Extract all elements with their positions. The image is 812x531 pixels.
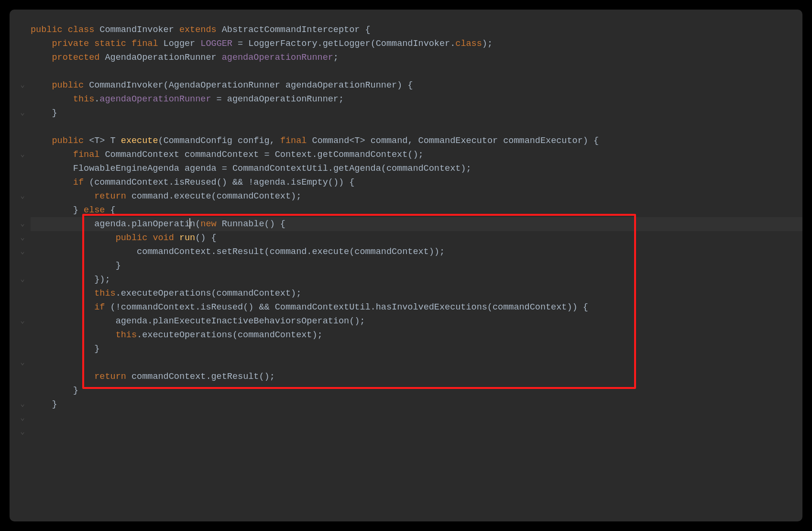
param-name: config (238, 136, 270, 146)
code-line[interactable]: public void run() { (31, 231, 802, 245)
keyword-final: final (73, 150, 100, 160)
type: FlowableEngineAgenda (73, 164, 179, 174)
super-class: AbstractCommandInterceptor (222, 25, 360, 35)
var: command (270, 247, 307, 257)
code-line[interactable]: }); (31, 273, 802, 287)
keyword-else: else (84, 205, 105, 215)
keyword-public: public (31, 25, 63, 35)
gutter-mark: ⌄ (10, 273, 31, 287)
code-line[interactable] (31, 356, 802, 370)
arg: commandContext (354, 247, 428, 257)
gutter-mark: ⌄ (10, 398, 31, 411)
code-line[interactable]: final CommandContext commandContext = Co… (31, 148, 802, 162)
code-line[interactable]: this.executeOperations(commandContext); (31, 328, 802, 342)
code-line[interactable]: agenda.planOperatin(new Runnable() { (31, 217, 802, 231)
code-line[interactable]: public class CommandInvoker extends Abst… (31, 23, 802, 37)
gutter: ⌄ ⌄ ⌄ ⌄ ⌄ ⌄ ⌄ ⌄ ⌄ ⌄ ⌄ ⌄ ⌄ (10, 23, 31, 508)
gutter-mark: ⌄ (10, 148, 31, 162)
type: Runnable (222, 219, 264, 229)
code-line[interactable]: agenda.planExecuteInactiveBehaviorsOpera… (31, 314, 802, 328)
arg: commandContext (386, 164, 461, 174)
type: CommandContext (105, 150, 179, 160)
method-call: isReused (174, 177, 217, 188)
code-line[interactable]: } (31, 398, 802, 411)
gutter-mark (10, 328, 31, 342)
param-name: agendaOperationRunner (285, 80, 397, 90)
keyword-protected: protected (52, 53, 99, 63)
code-editor[interactable]: ⌄ ⌄ ⌄ ⌄ ⌄ ⌄ ⌄ ⌄ ⌄ ⌄ ⌄ ⌄ ⌄ public class C… (10, 10, 802, 521)
keyword-return: return (94, 372, 126, 382)
arg: CommandInvoker (376, 39, 450, 49)
code-line[interactable]: if (!commandContext.isReused() && Comman… (31, 300, 802, 314)
param-type: Command<T> (312, 136, 365, 146)
var: commandContext (185, 150, 259, 160)
rhs: agendaOperationRunner (227, 94, 339, 104)
gutter-mark (10, 65, 31, 78)
param-type: AgendaOperationRunner (169, 80, 280, 90)
code-line[interactable]: private static final Logger LOGGER = Log… (31, 37, 802, 51)
method-call: executeOperations (121, 288, 211, 299)
gutter-mark (10, 203, 31, 217)
method-call: executeOperations (142, 330, 232, 340)
constructor-name: CommandInvoker (89, 80, 163, 90)
code-line[interactable]: this.agendaOperationRunner = agendaOpera… (31, 92, 802, 106)
gutter-mark (10, 370, 31, 384)
keyword-private: private (52, 39, 89, 49)
field: LOGGER (200, 39, 232, 49)
keyword-this: this (94, 288, 115, 299)
code-line[interactable]: } (31, 342, 802, 356)
code-line[interactable]: public <T> T execute(CommandConfig confi… (31, 134, 802, 148)
keyword-final: final (132, 39, 158, 49)
var: agenda (185, 164, 217, 174)
code-line[interactable] (31, 65, 802, 78)
method: getLogger (323, 39, 371, 49)
method-call: getCommandContext (318, 150, 408, 160)
var: commandContext (121, 302, 195, 312)
param-type: CommandConfig (164, 136, 232, 146)
method-call: isReused (200, 302, 243, 312)
code-line[interactable]: } (31, 259, 802, 273)
code-line[interactable]: commandContext.setResult(command.execute… (31, 245, 802, 259)
var: agenda (116, 316, 148, 326)
code-line[interactable]: } (31, 106, 802, 120)
arg: commandContext (217, 191, 291, 201)
var: command (132, 191, 169, 201)
param-name: command (371, 136, 408, 146)
method-call: hasInvolvedExecutions (376, 302, 487, 312)
gutter-mark (10, 37, 31, 51)
gutter-mark: ⌄ (10, 217, 31, 231)
gutter-mark (10, 300, 31, 314)
var: commandContext (137, 247, 211, 257)
var: agenda (94, 219, 126, 229)
gutter-mark (10, 120, 31, 134)
keyword-class: class (455, 39, 482, 49)
var: commandContext (94, 177, 168, 188)
gutter-mark: ⌄ (10, 356, 31, 370)
var: agenda (253, 177, 285, 188)
return-type: T (110, 136, 116, 146)
arg: commandContext (217, 288, 291, 299)
code-line[interactable]: return commandContext.getResult(); (31, 370, 802, 384)
code-line[interactable]: if (commandContext.isReused() && !agenda… (31, 176, 802, 189)
code-line[interactable]: public CommandInvoker(AgendaOperationRun… (31, 78, 802, 92)
code-line[interactable]: protected AgendaOperationRunner agendaOp… (31, 51, 802, 65)
code-line[interactable]: } else { (31, 203, 802, 217)
method-call: setResult (217, 247, 264, 257)
keyword-if: if (73, 177, 84, 188)
field: agendaOperationRunner (222, 53, 333, 63)
method-call: planExecuteInactiveBehaviorsOperation (153, 316, 349, 326)
method-name: run (179, 233, 195, 243)
param-type: CommandExecutor (418, 136, 498, 146)
gutter-mark: ⌄ (10, 425, 31, 439)
code-line[interactable]: return command.execute(commandContext); (31, 189, 802, 203)
keyword-return: return (94, 191, 126, 201)
gutter-mark: ⌄ (10, 245, 31, 259)
code-line[interactable]: FlowableEngineAgenda agenda = CommandCon… (31, 162, 802, 176)
gutter-mark (10, 342, 31, 356)
code-area[interactable]: public class CommandInvoker extends Abst… (31, 23, 802, 508)
keyword-class: class (68, 25, 95, 35)
gutter-mark: ⌄ (10, 314, 31, 328)
code-line[interactable]: this.executeOperations(commandContext); (31, 287, 802, 300)
code-line[interactable] (31, 120, 802, 134)
code-line[interactable]: } (31, 384, 802, 398)
